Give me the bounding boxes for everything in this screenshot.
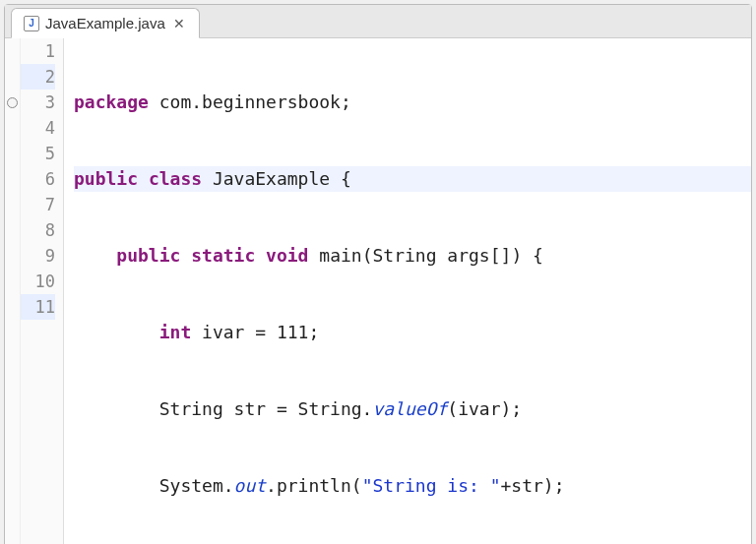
line-number-gutter: 1 2 3 4 5 6 7 8 9 10 11 <box>21 38 64 544</box>
line-number: 2 <box>21 64 55 90</box>
close-icon[interactable]: ✕ <box>171 16 187 31</box>
line-number: 1 <box>21 38 55 64</box>
code-area[interactable]: 1 2 3 4 5 6 7 8 9 10 11 package com.begi… <box>5 38 751 544</box>
java-file-icon: J <box>24 16 39 31</box>
line-number: 8 <box>21 217 55 243</box>
line-number: 6 <box>21 166 55 192</box>
line-number: 11 <box>21 294 55 320</box>
line-number: 9 <box>21 243 55 269</box>
editor-pane: J JavaExample.java ✕ 1 2 3 4 5 6 7 8 9 1… <box>4 4 752 544</box>
line-number: 7 <box>21 192 55 217</box>
line-number: 4 <box>21 115 55 141</box>
line-number: 3 <box>21 90 55 115</box>
editor-tab[interactable]: J JavaExample.java ✕ <box>11 8 200 38</box>
code-text[interactable]: package com.beginnersbook; public class … <box>64 38 751 544</box>
tab-filename: JavaExample.java <box>45 15 165 31</box>
fold-handle[interactable] <box>5 90 20 115</box>
editor-tab-bar: J JavaExample.java ✕ <box>5 5 751 38</box>
line-number: 10 <box>21 269 55 294</box>
line-number: 5 <box>21 141 55 166</box>
marker-column <box>5 38 21 544</box>
